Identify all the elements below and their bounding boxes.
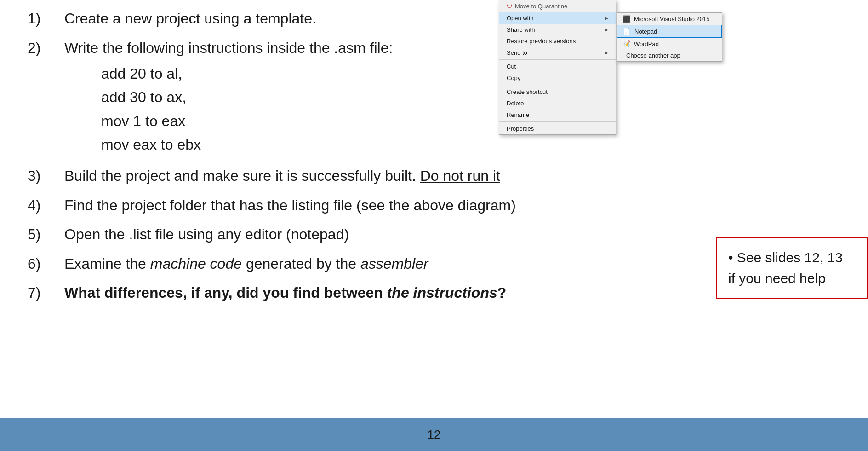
notepad-icon: 📄 xyxy=(623,28,631,35)
context-menu-rename[interactable]: Rename xyxy=(499,109,616,121)
vs-label: Microsoft Visual Studio 2015 xyxy=(634,16,710,23)
send-to-arrow: ▶ xyxy=(605,50,608,55)
context-menu-properties[interactable]: Properties xyxy=(499,123,616,134)
vs-icon: ⬛ xyxy=(622,15,630,23)
instruction-number-3: 3) xyxy=(28,167,64,186)
create-shortcut-label: Create shortcut xyxy=(507,88,548,95)
code-line-1: add 20 to al, xyxy=(101,62,840,86)
rename-label: Rename xyxy=(507,111,529,118)
context-menu-copy[interactable]: Copy xyxy=(499,72,616,84)
instruction-number-4: 4) xyxy=(28,196,64,215)
submenu-open-with: ⬛ Microsoft Visual Studio 2015 📄 Notepad… xyxy=(617,12,722,62)
context-menu-top-partial[interactable]: 🛡 Move to Quarantine xyxy=(499,0,616,12)
wordpad-label: WordPad xyxy=(634,40,659,47)
submenu-item-choose[interactable]: Choose another app xyxy=(617,50,722,61)
hint-box: • See slides 12, 13 if you need help xyxy=(716,237,868,299)
instruction-number-2: 2) xyxy=(28,39,64,58)
notepad-label: Notepad xyxy=(634,28,657,35)
instruction-item-4: 4) Find the project folder that has the … xyxy=(28,196,840,215)
separator-2 xyxy=(499,85,616,85)
page-number: 12 xyxy=(428,428,441,442)
code-line-2: add 30 to ax, xyxy=(101,86,840,109)
open-with-label: Open with xyxy=(507,15,534,22)
submenu-item-notepad[interactable]: 📄 Notepad xyxy=(617,25,722,38)
wordpad-icon: 📝 xyxy=(622,40,630,47)
context-menu-create-shortcut[interactable]: Create shortcut xyxy=(499,86,616,98)
instruction-number-1: 1) xyxy=(28,9,64,29)
instruction-text-2: Write the following instructions inside … xyxy=(64,39,840,156)
footer-bar: 12 xyxy=(0,418,868,451)
context-menu-delete[interactable]: Delete xyxy=(499,98,616,109)
context-menu-cut[interactable]: Cut xyxy=(499,61,616,72)
context-menu-share-with[interactable]: Share with ▶ xyxy=(499,24,616,35)
shield-icon: 🛡 xyxy=(507,3,512,10)
separator-3 xyxy=(499,121,616,122)
instruction-number-6: 6) xyxy=(28,254,64,274)
separator-1 xyxy=(499,59,616,60)
restore-label: Restore previous versions xyxy=(507,38,576,45)
cut-label: Cut xyxy=(507,63,516,70)
copy-label: Copy xyxy=(507,75,520,81)
code-line-3: mov 1 to eax xyxy=(101,110,840,133)
hint-line-2: if you need help xyxy=(728,268,856,289)
submenu-item-wordpad[interactable]: 📝 WordPad xyxy=(617,38,722,50)
instruction-text-4: Find the project folder that has the lis… xyxy=(64,196,840,215)
send-to-label: Send to xyxy=(507,49,527,56)
context-menu-restore[interactable]: Restore previous versions xyxy=(499,35,616,47)
submenu-item-vs[interactable]: ⬛ Microsoft Visual Studio 2015 xyxy=(617,13,722,25)
instruction-text-1: Create a new project using a template. xyxy=(64,9,840,29)
properties-label: Properties xyxy=(507,125,534,132)
code-line-4: mov eax to ebx xyxy=(101,133,840,156)
move-to-quarantine-label: Move to Quarantine xyxy=(515,3,567,10)
instruction-text-3: Build the project and make sure it is su… xyxy=(64,167,840,186)
share-with-arrow: ▶ xyxy=(605,27,608,32)
delete-label: Delete xyxy=(507,100,524,107)
instruction-number-7: 7) xyxy=(28,283,64,303)
context-menu-open-with[interactable]: Open with ▶ ⬛ Microsoft Visual Studio 20… xyxy=(499,12,616,24)
instruction-number-5: 5) xyxy=(28,225,64,244)
choose-app-label: Choose another app xyxy=(626,52,680,59)
context-menu: 🛡 Move to Quarantine Open with ▶ ⬛ Micro… xyxy=(499,0,616,135)
hint-line-1: • See slides 12, 13 xyxy=(728,247,856,268)
code-block: add 20 to al, add 30 to ax, mov 1 to eax… xyxy=(101,62,840,156)
open-with-arrow: ▶ xyxy=(605,16,608,21)
context-menu-send-to[interactable]: Send to ▶ xyxy=(499,47,616,58)
instruction-item-3: 3) Build the project and make sure it is… xyxy=(28,167,840,186)
share-with-label: Share with xyxy=(507,26,535,33)
